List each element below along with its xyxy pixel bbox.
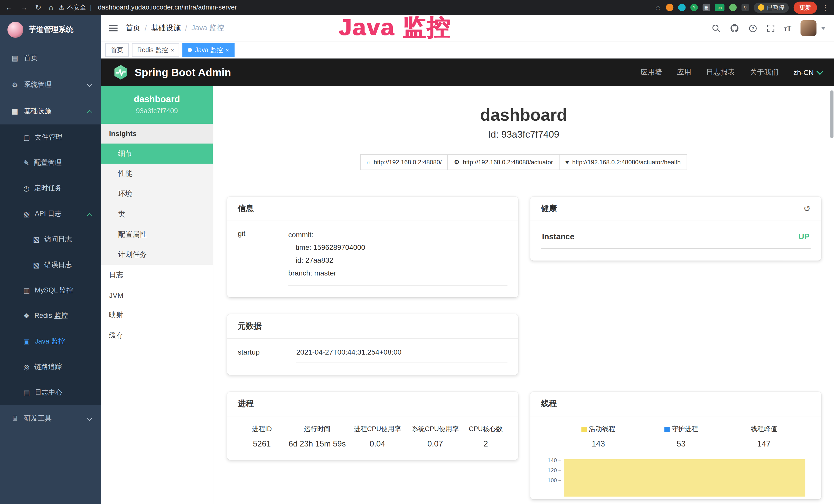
forward-icon[interactable]: →: [20, 3, 28, 12]
breadcrumb-home[interactable]: 首页: [126, 23, 140, 33]
extension-icon-drop[interactable]: [678, 4, 685, 11]
sba-item-classes[interactable]: 类: [101, 204, 213, 224]
smiley-icon: [758, 4, 764, 11]
status-badge: UP: [798, 232, 810, 241]
error-log-icon: ▧: [33, 261, 39, 269]
timer-icon: ◷: [23, 184, 29, 192]
warning-icon: ⚠: [59, 4, 64, 11]
sba-item-scheduled[interactable]: 计划任务: [101, 245, 213, 265]
paused-badge[interactable]: 已暂停: [753, 2, 789, 12]
help-icon[interactable]: ?: [748, 24, 757, 32]
site-security[interactable]: ⚠ 不安全 |: [59, 3, 92, 12]
home-icon[interactable]: ⌂: [49, 3, 53, 12]
health-instance-row[interactable]: Instance UP: [541, 229, 811, 249]
hamburger-icon[interactable]: [101, 25, 125, 31]
sba-instance-header[interactable]: dashboard 93a3fc7f7409: [101, 86, 213, 124]
log-center-icon: ▤: [23, 388, 30, 396]
chevron-up-icon: [87, 110, 92, 115]
history-icon[interactable]: ↺: [804, 204, 811, 214]
search-icon[interactable]: [712, 24, 721, 32]
app-logo[interactable]: 芋道管理系统: [0, 15, 101, 45]
chevron-down-icon: [87, 415, 92, 420]
screen: ← → ↻ ⌂ ⚠ 不安全 | dashboard.yudao.iocoder.…: [0, 0, 834, 504]
infrastructure-submenu: ▢ 文件管理 ✎ 配置管理 ◷ 定时任务 ▧ API 日志 ▧: [0, 124, 101, 405]
api-log-icon: ▧: [23, 210, 30, 218]
breadcrumb-section[interactable]: 基础设施: [151, 23, 181, 33]
tab-java-monitor[interactable]: Java 监控 ×: [183, 43, 234, 57]
sidebar-item-error-log[interactable]: ▧ 错误日志: [0, 252, 101, 278]
security-label: 不安全: [67, 3, 86, 12]
extension-icon-fox[interactable]: [666, 4, 674, 11]
sidebar-item-dev-tools[interactable]: ⌸ 研发工具: [0, 405, 101, 432]
sidebar-item-infrastructure[interactable]: ▦ 基础设施: [0, 98, 101, 124]
sba-brand[interactable]: Spring Boot Admin: [113, 65, 231, 81]
app-header: 首页 / 基础设施 / Java 监控 Java 监控 ?: [101, 15, 834, 42]
fullscreen-icon[interactable]: [766, 24, 775, 32]
legend-swatch-daemon: [664, 427, 670, 432]
sba-nav-journal[interactable]: 日志报表: [706, 68, 735, 77]
threads-chart: 140 120 100: [541, 457, 811, 499]
config-icon: ✎: [23, 159, 29, 167]
reload-icon[interactable]: ↻: [35, 3, 41, 12]
wrench-icon: ⚙: [454, 158, 460, 166]
breadcrumb-current: Java 监控: [191, 23, 224, 33]
sba-item-configprops[interactable]: 配置属性: [101, 224, 213, 245]
sidebar-item-mysql-monitor[interactable]: ▥ MySQL 监控: [0, 278, 101, 303]
extension-icon-leaf[interactable]: [729, 4, 737, 11]
actuator-url-link[interactable]: ⚙ http://192.168.0.2:48080/actuator: [447, 154, 559, 170]
sidebar-item-home[interactable]: ▤ 首页: [0, 45, 101, 71]
sba-logo-icon: [113, 65, 129, 81]
bookmark-star-icon[interactable]: ☆: [655, 3, 661, 11]
sba-item-mappings[interactable]: 映射: [101, 305, 213, 325]
extension-icon-on-badge[interactable]: on: [715, 4, 724, 11]
sidebar-item-java-monitor[interactable]: ▣ Java 监控: [0, 329, 101, 354]
close-icon[interactable]: ×: [171, 47, 174, 53]
address-bar[interactable]: dashboard.yudao.iocoder.cn/infra/admin-s…: [98, 4, 650, 11]
sba-item-env[interactable]: 环境: [101, 184, 213, 204]
sidebar-item-system[interactable]: ⚙ 系统管理: [0, 71, 101, 98]
sba-item-logfile[interactable]: 日志: [101, 265, 213, 285]
tab-home[interactable]: 首页: [105, 43, 129, 57]
health-url-link[interactable]: ♥ http://192.168.0.2:48080/actuator/heal…: [559, 154, 687, 170]
close-icon[interactable]: ×: [225, 47, 229, 53]
sidebar-item-scheduled-jobs[interactable]: ◷ 定时任务: [0, 175, 101, 201]
browser-menu-icon[interactable]: ⋮: [822, 3, 829, 11]
update-button[interactable]: 更新: [794, 1, 817, 14]
sba-nav-about[interactable]: 关于我们: [750, 68, 778, 77]
tab-redis-monitor[interactable]: Redis 监控 ×: [132, 43, 179, 57]
sba-item-metrics[interactable]: 性能: [101, 164, 213, 184]
app-sidebar: 芋道管理系统 ▤ 首页 ⚙ 系统管理 ▦ 基础设施 ▢ 文件管理: [0, 15, 101, 504]
github-icon[interactable]: [730, 23, 739, 33]
user-avatar[interactable]: [800, 20, 816, 36]
sba-item-jvm[interactable]: JVM: [101, 285, 213, 305]
extension-icon-green[interactable]: Y: [690, 4, 698, 11]
scrollbar-thumb[interactable]: [830, 90, 833, 138]
instance-title: dashboard: [227, 105, 820, 125]
back-icon[interactable]: ←: [5, 3, 13, 12]
sba-item-details[interactable]: 细节: [101, 143, 213, 164]
metadata-card: 元数据 startup 2021-04-27T00:44:31.254+08:0…: [227, 314, 518, 375]
svg-text:?: ?: [751, 26, 754, 30]
service-url-link[interactable]: ⌂ http://192.168.0.2:48080/: [360, 154, 448, 170]
sidebar-item-trace[interactable]: ◎ 链路追踪: [0, 354, 101, 380]
sidebar-item-config-manage[interactable]: ✎ 配置管理: [0, 150, 101, 175]
sba-section-insights: Insights: [101, 124, 213, 143]
sidebar-item-access-log[interactable]: ▧ 访问日志: [0, 226, 101, 252]
logo-avatar: [7, 22, 23, 38]
sidebar-item-file-manage[interactable]: ▢ 文件管理: [0, 124, 101, 150]
metadata-key: startup: [238, 348, 297, 363]
home-icon: ⌂: [367, 158, 370, 166]
breadcrumb: 首页 / 基础设施 / Java 监控: [126, 23, 224, 33]
font-size-icon[interactable]: TT: [784, 24, 791, 32]
sba-nav-wallboard[interactable]: 应用墙: [641, 68, 662, 77]
caret-down-icon[interactable]: [821, 27, 826, 29]
sba-item-caches[interactable]: 缓存: [101, 325, 213, 346]
sidebar-item-redis-monitor[interactable]: ❖ Redis 监控: [0, 303, 101, 328]
extension-icon-puzzle[interactable]: ⚲: [742, 4, 749, 11]
extension-icon-grid[interactable]: ▦: [703, 4, 710, 11]
sba-language-select[interactable]: zh-CN: [793, 68, 822, 76]
sidebar-item-log-center[interactable]: ▤ 日志中心: [0, 380, 101, 405]
sidebar-item-api-log[interactable]: ▧ API 日志: [0, 201, 101, 226]
sba-nav-applications[interactable]: 应用: [677, 68, 692, 77]
info-key: git: [238, 229, 288, 285]
